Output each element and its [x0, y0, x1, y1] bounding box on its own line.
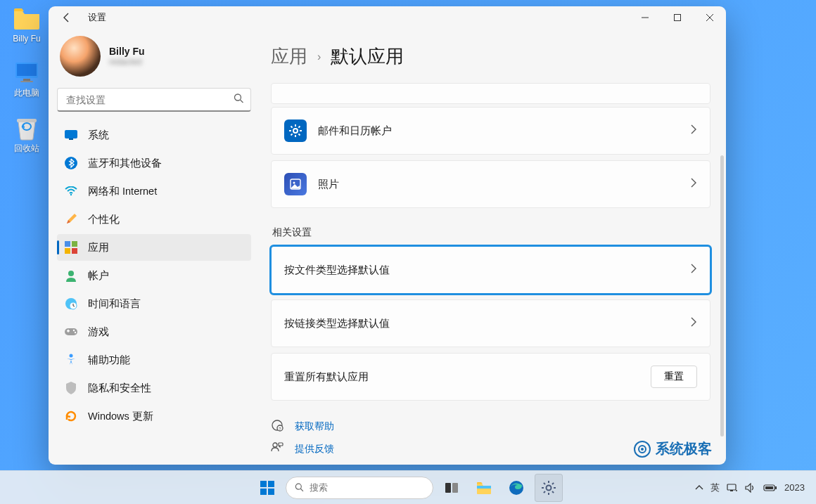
- desktop-icon-folder[interactable]: Billy Fu: [6, 6, 48, 44]
- taskbar-search-input[interactable]: [310, 482, 424, 493]
- reset-button[interactable]: 重置: [651, 366, 697, 388]
- brush-icon: [64, 212, 78, 226]
- search-icon: [295, 482, 304, 493]
- row-mail-calendar[interactable]: 邮件和日历帐户: [271, 107, 710, 155]
- svg-point-14: [70, 194, 72, 195]
- svg-rect-4: [17, 119, 37, 122]
- main-content: 应用 › 默认应用 邮件和日历帐户 照片: [260, 29, 726, 465]
- svg-point-9: [235, 94, 241, 101]
- sidebar: Billy Fu redacted 系统 蓝牙和其他设备 网络和 Interne…: [49, 29, 260, 465]
- back-button[interactable]: [57, 8, 77, 27]
- nav-item-time-language[interactable]: 时间和语言: [57, 290, 251, 317]
- svg-point-43: [295, 484, 301, 489]
- avatar: [60, 36, 101, 77]
- monitor-icon: [12, 59, 42, 86]
- svg-rect-1: [17, 64, 37, 76]
- svg-line-44: [300, 489, 303, 491]
- svg-rect-45: [445, 483, 451, 493]
- link-label[interactable]: 提供反馈: [295, 443, 334, 455]
- nav-item-bluetooth[interactable]: 蓝牙和其他设备: [57, 150, 251, 176]
- user-block[interactable]: Billy Fu redacted: [57, 33, 251, 88]
- nav-item-accessibility[interactable]: 辅助功能: [57, 347, 251, 373]
- tray-network-icon[interactable]: [727, 483, 738, 493]
- nav-label: 系统: [88, 129, 109, 142]
- row-photos[interactable]: 照片: [271, 160, 710, 208]
- row-defaults-by-file-type[interactable]: 按文件类型选择默认值: [271, 246, 710, 294]
- breadcrumb-current: 默认应用: [331, 44, 404, 69]
- nav-item-gaming[interactable]: 游戏: [57, 318, 251, 345]
- row-title: 按文件类型选择默认值: [284, 264, 690, 277]
- row-title: 邮件和日历帐户: [318, 124, 690, 138]
- tray-volume-icon[interactable]: [745, 483, 756, 493]
- svg-point-23: [73, 330, 75, 331]
- taskbar-file-explorer[interactable]: [470, 474, 498, 502]
- update-icon: [64, 409, 78, 423]
- scrollbar[interactable]: [720, 155, 724, 437]
- taskbar-search[interactable]: [286, 477, 433, 499]
- svg-rect-3: [20, 81, 33, 82]
- row-defaults-by-link-type[interactable]: 按链接类型选择默认值: [271, 299, 710, 347]
- nav-label: 网络和 Internet: [88, 185, 157, 198]
- gamepad-icon: [64, 325, 78, 339]
- taskbar-settings[interactable]: [535, 474, 563, 502]
- svg-rect-55: [775, 486, 777, 489]
- taskbar-edge[interactable]: [502, 474, 530, 502]
- link-label[interactable]: 获取帮助: [295, 420, 334, 433]
- svg-rect-51: [730, 490, 733, 491]
- svg-rect-39: [260, 481, 267, 487]
- svg-point-49: [547, 485, 552, 490]
- desktop-icon-label: Billy Fu: [13, 34, 40, 44]
- nav-item-personalization[interactable]: 个性化: [57, 206, 251, 233]
- nav-label: 时间和语言: [88, 297, 141, 311]
- svg-point-28: [293, 129, 298, 133]
- nav-item-network[interactable]: 网络和 Internet: [57, 178, 251, 205]
- tray-battery-icon[interactable]: [763, 484, 777, 492]
- search-wrap: [57, 88, 251, 112]
- search-icon: [234, 93, 244, 107]
- search-input[interactable]: [57, 88, 251, 112]
- breadcrumb: 应用 › 默认应用: [271, 44, 710, 69]
- nav-item-windows-update[interactable]: Windows 更新: [57, 403, 251, 429]
- globe-clock-icon: [64, 297, 78, 311]
- nav-item-privacy[interactable]: 隐私和安全性: [57, 375, 251, 401]
- svg-rect-50: [727, 484, 736, 490]
- nav-item-system[interactable]: 系统: [57, 122, 251, 148]
- nav-item-apps[interactable]: 应用: [57, 234, 251, 261]
- recycle-bin-icon: [12, 115, 42, 141]
- help-icon: ?: [271, 419, 285, 434]
- partial-card-top[interactable]: [271, 83, 710, 104]
- nav-item-accounts[interactable]: 帐户: [57, 262, 251, 289]
- nav-label: 蓝牙和其他设备: [88, 157, 162, 170]
- start-button[interactable]: [253, 474, 281, 502]
- apps-icon: [64, 240, 78, 254]
- row-title: 重置所有默认应用: [284, 370, 651, 384]
- svg-rect-40: [268, 481, 274, 487]
- desktop-icon-this-pc[interactable]: 此电脑: [6, 59, 48, 99]
- shield-icon: [64, 381, 78, 395]
- section-title-related: 相关设置: [272, 226, 710, 239]
- tray-overflow[interactable]: [695, 484, 703, 491]
- svg-rect-2: [23, 79, 30, 81]
- svg-rect-11: [65, 130, 77, 138]
- desktop-icon-label: 此电脑: [14, 87, 39, 99]
- breadcrumb-parent[interactable]: 应用: [271, 44, 307, 69]
- feedback-icon: [271, 441, 285, 457]
- desktop-icon-label: 回收站: [14, 143, 39, 155]
- desktop-icon-recycle-bin[interactable]: 回收站: [6, 115, 48, 155]
- nav-label: 应用: [88, 241, 109, 254]
- task-view-button[interactable]: [438, 474, 466, 502]
- chevron-right-icon: [690, 178, 697, 190]
- svg-rect-6: [675, 15, 681, 21]
- link-get-help[interactable]: ? 获取帮助: [271, 419, 710, 434]
- svg-point-19: [68, 271, 74, 276]
- settings-window: 设置 Billy Fu redacted 系统: [49, 6, 726, 465]
- svg-point-27: [70, 354, 73, 358]
- maximize-button[interactable]: [661, 6, 694, 29]
- tray-clock[interactable]: 2023: [784, 482, 805, 493]
- minimize-button[interactable]: [629, 6, 661, 29]
- chevron-right-icon: [690, 264, 697, 276]
- tray-ime[interactable]: 英: [710, 482, 720, 494]
- user-icon: [64, 269, 78, 283]
- close-button[interactable]: [694, 6, 726, 29]
- svg-point-52: [736, 490, 737, 491]
